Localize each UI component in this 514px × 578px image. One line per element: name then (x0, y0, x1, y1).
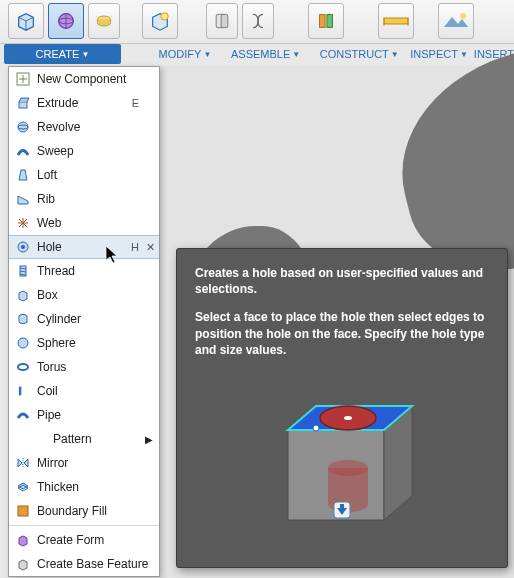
svg-rect-20 (19, 102, 27, 108)
pipe-icon (15, 407, 31, 423)
svg-point-53 (313, 425, 319, 431)
hole-tooltip-panel: Creates a hole based on user-specified v… (176, 248, 508, 568)
svg-marker-45 (19, 536, 27, 546)
tooltip-line-2: Select a face to place the hole then sel… (195, 310, 484, 356)
menu-rib[interactable]: Rib (9, 187, 159, 211)
menu-revolve[interactable]: Revolve (9, 115, 159, 139)
inspect-tool-icon[interactable] (378, 3, 414, 39)
menu-pattern[interactable]: Pattern ▶ (9, 427, 159, 451)
create-form-icon (15, 532, 31, 548)
svg-rect-12 (384, 18, 408, 24)
create-dropdown: New Component Extrude E Revolve Sweep Lo… (8, 66, 160, 577)
menu-sphere[interactable]: Sphere (9, 331, 159, 355)
construct-tool-icon[interactable] (308, 3, 344, 39)
main-toolbar (0, 0, 514, 44)
assemble-tool-icon-2[interactable] (242, 3, 274, 39)
tab-inspect[interactable]: INSPECT▼ (410, 44, 468, 64)
hole-dismiss-icon[interactable]: ✕ (146, 241, 155, 254)
extrude-icon (15, 95, 31, 111)
revolve-icon (15, 119, 31, 135)
svg-marker-39 (18, 459, 22, 467)
coin-tool-icon[interactable] (88, 3, 120, 39)
menu-mirror[interactable]: Mirror (9, 451, 159, 475)
menu-hole[interactable]: Hole H ✕ (9, 235, 159, 259)
new-component-icon (15, 71, 31, 87)
box-icon (15, 287, 31, 303)
sphere-tool-icon[interactable] (48, 3, 84, 39)
menu-boundary-fill[interactable]: Boundary Fill (9, 499, 159, 523)
thread-icon (15, 263, 31, 279)
cylinder-icon (15, 311, 31, 327)
extrude-shortcut: E (132, 97, 139, 109)
create-base-feature-icon (15, 556, 31, 572)
svg-point-30 (21, 245, 25, 249)
svg-rect-9 (221, 14, 228, 27)
svg-marker-40 (24, 459, 28, 467)
svg-point-16 (460, 13, 466, 19)
mirror-icon (15, 455, 31, 471)
menu-sweep[interactable]: Sweep (9, 139, 159, 163)
svg-point-7 (161, 13, 168, 20)
sphere-icon (15, 335, 31, 351)
svg-point-37 (18, 338, 28, 348)
svg-marker-24 (18, 196, 28, 204)
menu-box[interactable]: Box (9, 283, 159, 307)
sweep-icon (15, 143, 31, 159)
submenu-arrow-icon: ▶ (145, 434, 153, 445)
web-icon (15, 215, 31, 231)
svg-marker-46 (19, 560, 27, 570)
coil-icon (15, 383, 31, 399)
svg-rect-44 (18, 506, 28, 516)
assemble-tool-icon-1[interactable] (206, 3, 238, 39)
boundary-fill-icon (15, 503, 31, 519)
menu-coil[interactable]: Coil (9, 379, 159, 403)
tab-assemble[interactable]: ASSEMBLE▼ (231, 44, 300, 64)
menu-extrude[interactable]: Extrude E (9, 91, 159, 115)
loft-icon (15, 167, 31, 183)
menu-loft[interactable]: Loft (9, 163, 159, 187)
hole-icon (15, 239, 31, 255)
svg-point-52 (344, 416, 352, 420)
svg-marker-23 (19, 170, 27, 180)
menu-new-component[interactable]: New Component (9, 67, 159, 91)
menu-cylinder[interactable]: Cylinder (9, 307, 159, 331)
torus-icon (15, 359, 31, 375)
tab-row: CREATE▼ MODIFY▼ ASSEMBLE▼ CONSTRUCT▼ INS… (0, 44, 514, 64)
insert-tool-icon[interactable] (438, 3, 474, 39)
menu-torus[interactable]: Torus (9, 355, 159, 379)
svg-marker-35 (19, 291, 27, 301)
rib-icon (15, 191, 31, 207)
modify-tool-icon[interactable] (142, 3, 178, 39)
menu-create-base-feature[interactable]: Create Base Feature (9, 552, 159, 576)
menu-web[interactable]: Web (9, 211, 159, 235)
thicken-icon (15, 479, 31, 495)
menu-pipe[interactable]: Pipe (9, 403, 159, 427)
menu-create-form[interactable]: Create Form (9, 528, 159, 552)
svg-point-38 (18, 364, 28, 370)
box-tool-icon[interactable] (8, 3, 44, 39)
svg-point-54 (328, 460, 368, 476)
tab-construct[interactable]: CONSTRUCT▼ (320, 44, 398, 64)
menu-thread[interactable]: Thread (9, 259, 159, 283)
menu-thicken[interactable]: Thicken (9, 475, 159, 499)
svg-marker-42 (18, 483, 28, 489)
tab-create[interactable]: CREATE▼ (4, 44, 121, 64)
tab-modify[interactable]: MODIFY▼ (155, 44, 215, 64)
tooltip-line-1: Creates a hole based on user-specified v… (195, 266, 483, 296)
svg-rect-10 (320, 15, 326, 28)
svg-point-21 (18, 122, 28, 132)
svg-rect-11 (327, 15, 333, 28)
tooltip-illustration (195, 370, 489, 550)
hole-shortcut: H (131, 241, 139, 253)
